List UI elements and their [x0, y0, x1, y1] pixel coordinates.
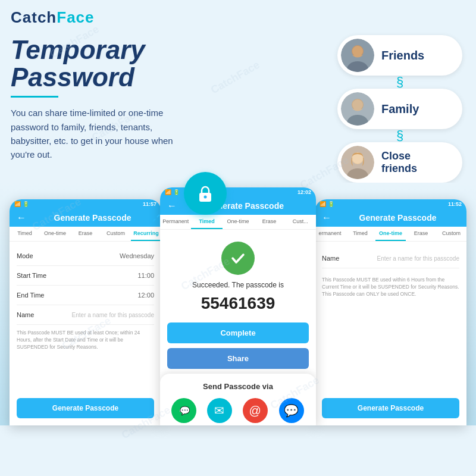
- phone-middle-time: 12:02: [298, 189, 311, 195]
- send-email[interactable]: @ Email: [243, 398, 268, 425]
- header: CatchFace: [0, 0, 476, 30]
- svg-text:💬: 💬: [180, 406, 190, 416]
- name-label-left: Name: [17, 311, 34, 318]
- tab-onetime-right[interactable]: One-time: [375, 227, 406, 241]
- tab-timed-right[interactable]: Timed: [345, 227, 375, 241]
- phone-right-title: Generate Passcode: [336, 213, 459, 223]
- lock-icon: [195, 183, 216, 204]
- send-via-title: Send Passcode via: [166, 382, 310, 391]
- sms-icon: ✉: [207, 398, 232, 423]
- person-card-close-friends: Close friends: [337, 142, 462, 183]
- phone-right-status: 📶 🔋 11:52: [315, 199, 466, 209]
- send-sms[interactable]: ✉ SMS: [207, 398, 232, 425]
- avatar-friends: [341, 39, 374, 72]
- success-text: Succeeded. The passcode is: [192, 281, 284, 289]
- left-text: Temporary Password You can share time-li…: [11, 30, 322, 161]
- phone-right-time: 11:52: [448, 201, 462, 207]
- phone-left-title: Generate Passcode: [31, 213, 154, 223]
- messenger-icon: 💬: [279, 398, 304, 423]
- phone-right: 📶 🔋 11:52 ← Generate Passcode ermanent T…: [315, 199, 466, 425]
- top-section: Temporary Password You can share time-li…: [0, 30, 476, 183]
- avatar-close-friends: [341, 146, 374, 179]
- logo: CatchFace: [11, 8, 465, 27]
- tab-permanent-right[interactable]: ermanent: [315, 227, 345, 241]
- tab-custom-right[interactable]: Custom: [436, 227, 466, 241]
- row-start-time: Start Time 11:00: [17, 266, 154, 286]
- phone-left: 📶 🔋 11:57 ← Generate Passcode Timed One-…: [10, 199, 161, 425]
- svg-point-3: [352, 46, 363, 57]
- logo-catch: Catch: [11, 8, 57, 26]
- svg-point-14: [204, 196, 207, 199]
- person-cards: Friends § Family §: [334, 30, 465, 183]
- phone-left-tabs: Timed One-time Erase Custom Recurring: [10, 227, 161, 242]
- row-name-right: Name Enter a name for this passcode: [322, 246, 459, 268]
- hero-title: Temporary Password: [11, 36, 322, 91]
- row-end-label: End Time: [17, 292, 44, 299]
- title-underline: [11, 96, 58, 98]
- phones-section: 📶 🔋 11:57 ← Generate Passcode Timed One-…: [0, 183, 476, 425]
- phone-middle-content: Succeeded. The passcode is 55461639 Comp…: [160, 230, 316, 374]
- row-mode: Mode Wednesday: [17, 246, 154, 266]
- row-mode-label: Mode: [17, 252, 33, 259]
- person-name-close-friends: Close friends: [381, 150, 417, 175]
- row-end-value: 12:00: [137, 292, 154, 299]
- generate-btn-left[interactable]: Generate Passcode: [17, 398, 154, 418]
- row-start-label: Start Time: [17, 272, 46, 279]
- tab-erase-left[interactable]: Erase: [70, 227, 101, 241]
- person-name-friends: Friends: [381, 49, 424, 62]
- connector-1: §: [396, 76, 403, 89]
- avatar-family: [341, 92, 374, 126]
- row-mode-value: Wednesday: [120, 252, 154, 259]
- tab-custom-left[interactable]: Custom: [101, 227, 131, 241]
- check-icon: [229, 249, 247, 267]
- phone-left-status: 📶 🔋 11:57: [10, 199, 161, 209]
- phone-right-tabs: ermanent Timed One-time Erase Custom: [315, 227, 466, 242]
- person-name-family: Family: [381, 102, 419, 116]
- person-card-friends: Friends: [337, 35, 462, 76]
- tab-onetime-mid[interactable]: One-time: [223, 215, 253, 229]
- phone-right-content: Name Enter a name for this passcode This…: [315, 242, 466, 393]
- send-messenger[interactable]: 💬 Messenger: [278, 398, 305, 425]
- hero-description: You can share time-limited or one-time p…: [11, 106, 195, 161]
- phone-left-note: This Passcode MUST BE used at least Once…: [17, 330, 154, 351]
- email-icon: @: [243, 398, 268, 423]
- phone-left-content: Mode Wednesday Start Time 11:00 End Time…: [10, 242, 161, 393]
- name-label-right: Name: [322, 255, 339, 262]
- connector-2: §: [396, 129, 403, 142]
- wechat-icon: 💬: [171, 398, 196, 423]
- tab-erase-right[interactable]: Erase: [406, 227, 436, 241]
- svg-point-7: [352, 99, 363, 110]
- tab-erase-mid[interactable]: Erase: [253, 215, 284, 229]
- passcode-number: 55461639: [201, 294, 275, 313]
- phone-left-header: ← Generate Passcode: [10, 209, 161, 227]
- share-btn[interactable]: Share: [167, 348, 309, 369]
- tab-custom-mid[interactable]: Cust...: [285, 215, 316, 229]
- name-placeholder-left[interactable]: Enter a name for this passcode: [72, 312, 154, 318]
- phone-right-header: ← Generate Passcode: [315, 209, 466, 227]
- lock-bubble: [184, 172, 227, 215]
- person-card-family: Family: [337, 89, 462, 129]
- send-via-icons: 💬 Wechat ✉ SMS @ Email: [166, 398, 310, 425]
- name-placeholder-right[interactable]: Enter a name for this passcode: [377, 255, 459, 262]
- row-name: Name Enter a name for this passcode: [17, 305, 154, 325]
- generate-btn-right[interactable]: Generate Passcode: [322, 398, 459, 418]
- row-start-value: 11:00: [137, 272, 154, 279]
- row-end-time: End Time 12:00: [17, 286, 154, 305]
- tab-onetime-left[interactable]: One-time: [40, 227, 70, 241]
- phone-right-note: This Passcode MUST BE used within 6 Hour…: [322, 277, 459, 298]
- send-via-panel: Send Passcode via 💬 Wechat ✉ SMS @: [160, 374, 316, 425]
- complete-btn[interactable]: Complete: [167, 322, 309, 343]
- send-wechat[interactable]: 💬 Wechat: [171, 398, 196, 425]
- phone-left-back[interactable]: ←: [17, 212, 26, 223]
- logo-face: Face: [57, 8, 94, 26]
- phone-right-back[interactable]: ←: [322, 212, 331, 223]
- tab-timed-left[interactable]: Timed: [10, 227, 40, 241]
- success-checkmark: [221, 242, 255, 275]
